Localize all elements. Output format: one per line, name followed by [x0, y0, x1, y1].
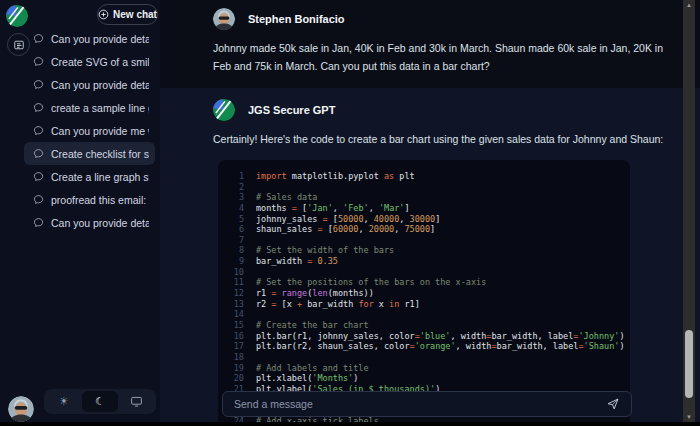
code-line-13: 13r2 = [x + bar_width for x in r1]	[228, 299, 630, 310]
sidebar-item-label: create a sample line gr...	[51, 102, 149, 114]
user-name: Stephen Bonifacio	[248, 13, 345, 25]
code-line-7: 7	[228, 235, 630, 246]
send-button[interactable]	[606, 397, 620, 411]
plus-circle-icon	[98, 9, 109, 20]
monitor-icon	[130, 395, 143, 408]
code-line-16: 16plt.bar(r1, johnny_sales, color='blue'…	[228, 331, 630, 342]
code-line-15: 15# Create the bar chart	[228, 320, 630, 331]
user-message: Stephen Bonifacio Johnny made 50k sale i…	[160, 0, 700, 88]
sidebar-item-label: proofread this email: Hi...	[51, 194, 149, 206]
message-input-bar	[222, 391, 632, 417]
sidebar-item-3[interactable]: create a sample line gr...	[24, 96, 155, 119]
assistant-message: JGS Secure GPT Certainly! Here's the cod…	[160, 88, 700, 426]
sun-icon: ☀	[59, 395, 69, 408]
sidebar-item-label: Can you provide me wi...	[51, 125, 149, 137]
window-bottom-edge	[0, 422, 700, 426]
sidebar-item-6[interactable]: Create a line graph sho...	[24, 165, 155, 188]
theme-switcher: ☀ ☾	[44, 389, 156, 414]
theme-light-button[interactable]: ☀	[46, 391, 82, 412]
chat-bubble-icon	[33, 217, 44, 228]
sidebar-item-7[interactable]: proofread this email: Hi...	[24, 188, 155, 211]
code-line-4: 4months = ['Jan', 'Feb', 'Mar']	[228, 203, 630, 214]
code-line-6: 6shaun_sales = [60000, 20000, 75000]	[228, 224, 630, 235]
assistant-name: JGS Secure GPT	[248, 104, 335, 116]
chat-area: Stephen Bonifacio Johnny made 50k sale i…	[160, 0, 700, 426]
chat-bubble-icon	[33, 171, 44, 182]
code-line-19: 19# Add labels and title	[228, 363, 630, 374]
scroll-up-icon[interactable]: ▲	[683, 0, 695, 10]
sidebar-item-label: Create checklist for sta...	[51, 148, 149, 160]
code-block: 1import matplotlib.pyplot as plt23# Sale…	[218, 160, 630, 426]
chat-bubble-icon	[33, 148, 44, 159]
code-line-17: 17plt.bar(r2, shaun_sales, color='orange…	[228, 341, 630, 352]
chat-bubble-icon	[33, 194, 44, 205]
sidebar: New chat Can you provide detail...Create…	[0, 0, 160, 426]
sidebar-item-label: Can you provide detail...	[51, 33, 149, 45]
sidebar-item-4[interactable]: Can you provide me wi...	[24, 119, 155, 142]
chat-bubble-icon	[33, 125, 44, 136]
sidebar-item-label: Can you provide detail...	[51, 79, 149, 91]
new-chat-button[interactable]: New chat	[97, 4, 158, 25]
user-message-avatar	[213, 8, 235, 30]
moon-icon: ☾	[95, 395, 105, 408]
code-line-9: 9bar_width = 0.35	[228, 256, 630, 267]
sidebar-toggle-icon	[13, 39, 25, 51]
sidebar-item-0[interactable]: Can you provide detail...	[24, 27, 155, 50]
scroll-down-icon[interactable]: ▼	[683, 412, 695, 422]
sidebar-item-label: Can you provide detail...	[51, 217, 149, 229]
code-line-1: 1import matplotlib.pyplot as plt	[228, 171, 630, 182]
code-line-11: 11# Set the positions of the bars on the…	[228, 277, 630, 288]
code-line-2: 2	[228, 182, 630, 193]
new-chat-label: New chat	[113, 9, 157, 20]
sidebar-item-5[interactable]: Create checklist for sta...	[24, 142, 155, 165]
code-line-3: 3# Sales data	[228, 192, 630, 203]
theme-system-button[interactable]	[118, 391, 154, 412]
chat-bubble-icon	[33, 33, 44, 44]
sidebar-item-8[interactable]: Can you provide detail...	[24, 211, 155, 234]
chat-bubble-icon	[33, 102, 44, 113]
code-line-8: 8# Set the width of the bars	[228, 245, 630, 256]
sidebar-item-2[interactable]: Can you provide detail...	[24, 73, 155, 96]
scrollbar-thumb[interactable]	[685, 330, 693, 398]
code-line-10: 10	[228, 267, 630, 278]
code-line-14: 14	[228, 309, 630, 320]
app-logo-icon	[6, 5, 28, 27]
user-message-text: Johnny made 50k sale in Jan, 40K in Feb …	[213, 39, 670, 75]
chat-bubble-icon	[33, 56, 44, 67]
vertical-scrollbar[interactable]: ▲ ▼	[683, 0, 695, 422]
code-line-5: 5johnny_sales = [50000, 40000, 30000]	[228, 214, 630, 225]
app-window: New chat Can you provide detail...Create…	[0, 0, 700, 426]
message-input[interactable]	[234, 398, 606, 410]
code-line-18: 18	[228, 352, 630, 363]
user-avatar[interactable]	[8, 396, 34, 422]
sidebar-item-label: Create SVG of a smilin...	[51, 56, 149, 68]
assistant-avatar-logo	[213, 99, 235, 121]
theme-dark-button[interactable]: ☾	[82, 391, 118, 412]
code-line-12: 12r1 = range(len(months))	[228, 288, 630, 299]
code-line-20: 20plt.xlabel('Months')	[228, 373, 630, 384]
sidebar-item-1[interactable]: Create SVG of a smilin...	[24, 50, 155, 73]
assistant-intro-text: Certainly! Here's the code to create a b…	[213, 130, 670, 148]
send-icon	[606, 397, 620, 411]
chat-bubble-icon	[33, 79, 44, 90]
chat-history-list: Can you provide detail...Create SVG of a…	[24, 27, 155, 234]
sidebar-item-label: Create a line graph sho...	[51, 171, 149, 183]
